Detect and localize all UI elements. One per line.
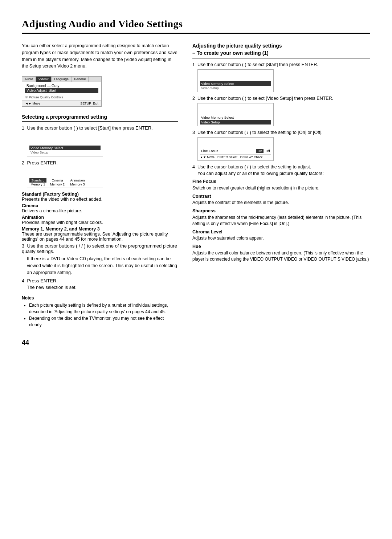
step3: 3 Use the cursor buttons ( / / ) to sele… bbox=[22, 243, 178, 254]
intro-text: You can either select a preprogrammed se… bbox=[22, 42, 178, 70]
menu-note: ① Picture Quality Controls bbox=[22, 94, 101, 100]
tab-language: Language bbox=[52, 77, 72, 82]
menu-item-videoadjust: Video Adjust Start bbox=[25, 88, 98, 93]
menu-body: Background — Gray Video Adjust Start bbox=[22, 82, 101, 94]
qf-contrast: Contrast Adjusts the contrast of the ele… bbox=[192, 193, 370, 206]
qf-hue-name: Hue bbox=[192, 243, 370, 250]
mem-animation-label: Animation bbox=[69, 178, 87, 183]
step1-number: 1 bbox=[22, 126, 24, 131]
title-divider bbox=[22, 33, 370, 34]
qf-finefocus: Fine Focus Switch on to reveal greater d… bbox=[192, 178, 370, 191]
tab-audio: Audio bbox=[22, 77, 36, 82]
menu-tabs: Audio Video2 Language General bbox=[22, 77, 101, 82]
menu-controls: ◄► Move SETUP Exit bbox=[22, 100, 101, 106]
notes-heading: Notes bbox=[22, 295, 178, 301]
right-screen2: Video Memory Select Video Setup bbox=[197, 103, 274, 126]
setting-cinema-desc: Delivers a cinema-like picture. bbox=[22, 208, 82, 213]
ff-on: On bbox=[256, 149, 264, 153]
right-step1: 1 Use the cursor button ( ) to select [S… bbox=[192, 62, 370, 67]
qf-chromalevel: Chroma Level Adjusts how saturated color… bbox=[192, 229, 370, 242]
left-column: You can either select a preprogrammed se… bbox=[22, 42, 178, 328]
right-step4-text: Use the cursor buttons ( / ) to select t… bbox=[196, 164, 311, 170]
screen1-row2: Video Setup bbox=[29, 150, 101, 155]
screen1-row1: Video Memory Select bbox=[29, 146, 101, 150]
step4: 4 Press ENTER. bbox=[22, 278, 178, 283]
step1-text: Use the cursor button ( ) to select [Sta… bbox=[27, 125, 153, 131]
setting-cinema-name: Cinema bbox=[22, 203, 38, 208]
setting-animation: Animation Provides images with bright cl… bbox=[22, 215, 178, 225]
qf-finefocus-name: Fine Focus bbox=[192, 178, 370, 185]
step3-subtext: If there is a DVD or Video CD playing, t… bbox=[27, 256, 178, 276]
qf-chromalevel-name: Chroma Level bbox=[192, 229, 370, 236]
setting-memory-name: Memory 1, Memory 2, and Memory 3 bbox=[22, 226, 100, 232]
right-step3-text: Use the cursor buttons ( / ) to select t… bbox=[196, 130, 323, 135]
note-item-2: Depending on the disc and the TV/monitor… bbox=[29, 315, 178, 328]
qf-contrast-name: Contrast bbox=[192, 193, 370, 200]
qf-sharpness-desc: Adjusts the sharpness of the mid-frequen… bbox=[192, 215, 370, 227]
left-screen2: Standard Memory 1 Cinema Memory 2 Animat… bbox=[27, 168, 103, 188]
left-section-heading: Selecting a preprogrammed setting bbox=[22, 114, 178, 122]
mem-standard: Standard Memory 1 bbox=[29, 178, 46, 186]
tab-video2: Video2 bbox=[36, 77, 52, 82]
step3-text: Use the cursor buttons ( / / ) to select… bbox=[22, 243, 177, 254]
step2: 2 Press ENTER. bbox=[22, 160, 178, 166]
left-screen1: Video Memory Select Video Setup bbox=[27, 133, 103, 156]
qf-hue-desc: Adjusts the overall color balance betwee… bbox=[192, 250, 370, 262]
right-screen2-row2: Video Setup bbox=[200, 120, 271, 124]
right-step2-text: Use the cursor button ( ) to select [Vid… bbox=[196, 96, 333, 101]
right-step1-text: Use the cursor button ( ) to select [Sta… bbox=[196, 62, 318, 67]
note-item-1: Each picture quality setting is defined … bbox=[29, 302, 178, 315]
page-title: Adjusting Audio and Video Settings bbox=[22, 18, 370, 30]
setting-cinema: Cinema Delivers a cinema-like picture. bbox=[22, 203, 178, 213]
tab-general: General bbox=[72, 77, 89, 82]
menu-item-background: Background — Gray bbox=[25, 83, 98, 88]
mem-animation: Animation Memory 3 bbox=[69, 178, 87, 186]
ff-row: Fine Focus On Off bbox=[200, 148, 271, 153]
setting-animation-name: Animation bbox=[22, 215, 44, 220]
mem-cinema-label: Cinema bbox=[50, 178, 65, 183]
qf-contrast-desc: Adjusts the contrast of the elements in … bbox=[192, 200, 370, 206]
mem-memory1-label: Memory 1 bbox=[30, 183, 45, 186]
step4-subtext: The new selection is set. bbox=[27, 284, 178, 291]
right-step3-number: 3 bbox=[192, 130, 195, 135]
mem-standard-label: Standard bbox=[29, 178, 46, 183]
right-step3: 3 Use the cursor buttons ( / ) to select… bbox=[192, 130, 370, 135]
ff-on-off: On Off bbox=[256, 149, 270, 153]
ff-label: Fine Focus bbox=[201, 149, 218, 153]
qf-sharpness-name: Sharpness bbox=[192, 208, 370, 215]
setting-standard-desc: Presents the video with no effect added. bbox=[22, 197, 102, 202]
right-section-heading: Adjusting the picture quality settings –… bbox=[192, 42, 370, 58]
step4-text: Press ENTER. bbox=[27, 278, 58, 283]
right-heading-line1: Adjusting the picture quality settings bbox=[192, 43, 282, 49]
setting-memory: Memory 1, Memory 2, and Memory 3 These a… bbox=[22, 226, 178, 242]
setting-animation-desc: Provides images with bright clear colors… bbox=[22, 220, 103, 225]
ff-controls: ▲▼ Move ENTER Select DISPLAY Check bbox=[200, 154, 271, 159]
qf-sharpness: Sharpness Adjusts the sharpness of the m… bbox=[192, 208, 370, 226]
setting-standard-name: Standard (Factory Setting) bbox=[22, 192, 79, 197]
setting-memory-desc: These are user programmable settings. Se… bbox=[22, 232, 168, 242]
right-heading-line2: – To create your own setting (1) bbox=[192, 50, 269, 56]
step4-number: 4 bbox=[22, 278, 24, 283]
quality-factors-list: Fine Focus Switch on to reveal greater d… bbox=[192, 178, 370, 262]
right-screen2-row1: Video Memory Select bbox=[200, 115, 271, 120]
right-screen3: Fine Focus On Off ▲▼ Move ENTER Select D… bbox=[197, 137, 274, 161]
menu-move-label: ◄► Move bbox=[25, 102, 40, 105]
right-step4: 4 Use the cursor buttons ( / ) to select… bbox=[192, 164, 370, 170]
ff-ctrl-move: ▲▼ Move bbox=[200, 155, 215, 159]
mem-grid: Standard Memory 1 Cinema Memory 2 Animat… bbox=[29, 178, 101, 186]
qf-chromalevel-desc: Adjusts how saturated colors appear. bbox=[192, 235, 370, 241]
qf-hue: Hue Adjusts the overall color balance be… bbox=[192, 243, 370, 262]
menu-screenshot: Audio Video2 Language General Background… bbox=[22, 76, 102, 107]
step3-number: 3 bbox=[22, 244, 24, 249]
mem-memory3-label: Memory 3 bbox=[70, 183, 85, 186]
right-step2-number: 2 bbox=[192, 96, 195, 101]
qf-finefocus-desc: Switch on to reveal greater detail (high… bbox=[192, 185, 370, 191]
menu-setup-label: SETUP Exit bbox=[80, 102, 98, 105]
ff-ctrl-enter: ENTER Select bbox=[217, 155, 237, 159]
right-step1-number: 1 bbox=[192, 62, 195, 67]
main-content: You can either select a preprogrammed se… bbox=[22, 42, 370, 328]
right-step4-number: 4 bbox=[192, 164, 195, 170]
step2-text: Press ENTER. bbox=[27, 160, 58, 166]
mem-memory2-label: Memory 2 bbox=[50, 183, 65, 186]
right-column: Adjusting the picture quality settings –… bbox=[192, 42, 370, 328]
